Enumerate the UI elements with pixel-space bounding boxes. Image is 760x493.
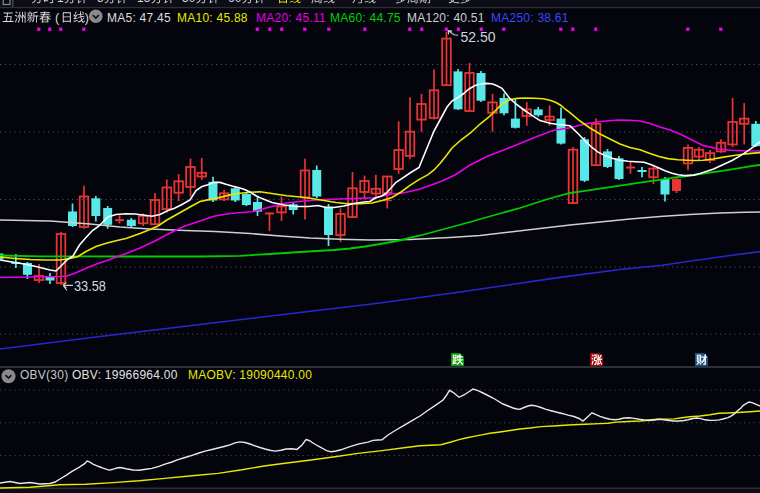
svg-text:0: 0 <box>189 0 196 5</box>
svg-text:0: 0 <box>235 0 242 5</box>
svg-text:5: 5 <box>144 0 151 5</box>
svg-text:1: 1 <box>57 0 64 5</box>
svg-text:5: 5 <box>97 0 104 5</box>
